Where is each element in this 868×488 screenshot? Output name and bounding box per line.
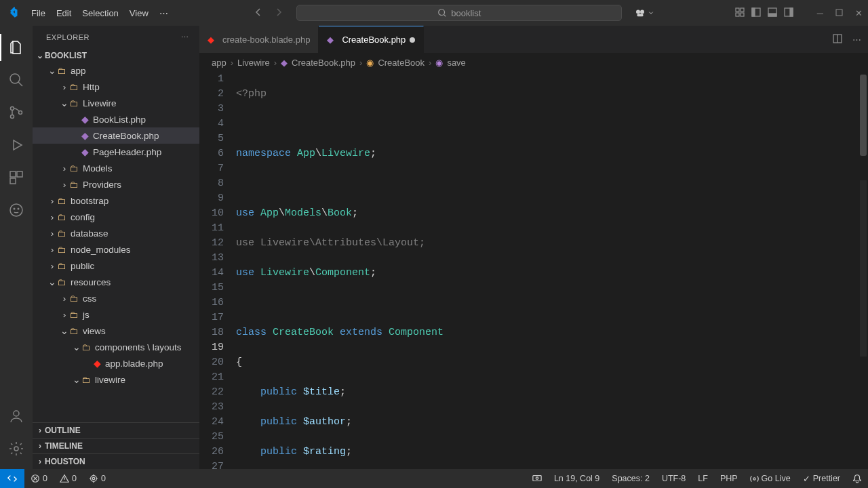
activity-account-icon[interactable] (0, 400, 33, 432)
class-symbol-icon: ◉ (366, 58, 374, 68)
status-spaces[interactable]: Spaces: 2 (606, 474, 656, 483)
editor-more-icon[interactable]: ⋯ (852, 35, 861, 45)
folder-views[interactable]: ⌄ 🗀 views (33, 323, 199, 339)
status-ports[interactable]: 0 (83, 474, 112, 483)
folder-icon: 🗀 (57, 277, 66, 287)
layout-grid-icon[interactable] (734, 7, 745, 20)
status-screencast-icon[interactable] (526, 474, 548, 483)
code-content[interactable]: <?php namespace App\Livewire; use App\Mo… (236, 72, 868, 469)
folder-http[interactable]: › 🗀 Http (33, 79, 199, 95)
section-timeline[interactable]: ›TIMELINE (33, 438, 199, 453)
minimize-icon[interactable]: ─ (817, 8, 823, 18)
folder-public[interactable]: › 🗀 public (33, 258, 199, 274)
status-go-live[interactable]: Go Live (744, 474, 797, 483)
status-cursor-position[interactable]: Ln 19, Col 9 (548, 474, 606, 483)
folder-icon: 🗀 (57, 196, 66, 206)
status-warnings[interactable]: 0 (54, 474, 83, 483)
layout-sidebar-left-icon[interactable] (751, 7, 762, 20)
activity-houston-icon[interactable] (0, 194, 33, 226)
activity-explorer-icon[interactable] (0, 31, 33, 64)
breadcrumbs[interactable]: app› Livewire› ◆ CreateBook.php› ◉ Creat… (199, 53, 868, 72)
folder-livewire-views[interactable]: ⌄ 🗀 livewire (33, 371, 199, 388)
section-houston[interactable]: ›HOUSTON (33, 453, 199, 469)
maximize-icon[interactable] (835, 8, 843, 18)
breadcrumb-segment[interactable]: CreateBook (378, 58, 425, 68)
folder-config[interactable]: › 🗀 config (33, 209, 199, 225)
svg-point-17 (11, 115, 14, 119)
status-bell-icon[interactable] (846, 474, 868, 483)
file-booklist[interactable]: ◆ BookList.php (33, 111, 199, 127)
nav-forward-icon[interactable] (273, 7, 284, 20)
minimap[interactable] (860, 180, 867, 357)
nav-back-icon[interactable] (253, 7, 264, 20)
status-prettier[interactable]: ✓Prettier (797, 474, 846, 484)
vertical-scrollbar[interactable] (860, 75, 867, 156)
menu-file[interactable]: File (26, 8, 51, 18)
menu-selection[interactable]: Selection (77, 8, 123, 18)
section-outline[interactable]: ›OUTLINE (33, 422, 199, 438)
svg-rect-20 (17, 171, 22, 177)
activity-extensions-icon[interactable] (0, 161, 33, 194)
folder-icon: 🗀 (69, 310, 79, 320)
svg-point-24 (18, 208, 20, 210)
breadcrumb-segment[interactable]: save (447, 58, 465, 68)
tab-createbook-php[interactable]: ◆ CreateBook.php (319, 26, 424, 53)
php-file-icon: ◆ (327, 35, 334, 45)
explorer-more-icon[interactable]: ⋯ (181, 33, 189, 42)
method-symbol-icon: ◉ (435, 58, 443, 68)
activity-settings-icon[interactable] (0, 432, 33, 465)
folder-node-modules[interactable]: › 🗀 node_modules (33, 241, 199, 258)
folder-livewire[interactable]: ⌄ 🗀 Livewire (33, 95, 199, 111)
folder-components-layouts[interactable]: ⌄ 🗀 components \ layouts (33, 339, 199, 355)
folder-bootstrap[interactable]: › 🗀 bootstrap (33, 192, 199, 209)
folder-providers[interactable]: › 🗀 Providers (33, 176, 199, 192)
file-app-blade[interactable]: ◆ app.blade.php (33, 355, 199, 371)
command-center-search[interactable]: booklist (296, 5, 622, 21)
folder-css[interactable]: › 🗀 css (33, 290, 199, 306)
chevron-down-icon: ⌄ (60, 98, 69, 108)
dirty-indicator-icon (410, 37, 415, 43)
status-encoding[interactable]: UTF-8 (656, 474, 692, 483)
copilot-icon[interactable] (634, 7, 654, 19)
menu-view[interactable]: View (124, 8, 154, 18)
activity-debug-icon[interactable] (0, 129, 33, 161)
split-editor-icon[interactable] (832, 33, 843, 46)
activity-search-icon[interactable] (0, 64, 33, 96)
folder-resources[interactable]: ⌄ 🗀 resources (33, 274, 199, 290)
editor-area: ◆ create-book.blade.php ◆ CreateBook.php… (199, 26, 868, 469)
status-errors[interactable]: 0 (24, 474, 54, 483)
chevron-right-icon: › (47, 245, 57, 255)
layout-panel-icon[interactable] (767, 7, 778, 20)
status-language[interactable]: PHP (714, 474, 744, 483)
folder-models[interactable]: › 🗀 Models (33, 160, 199, 176)
svg-rect-11 (768, 14, 776, 16)
file-pageheader[interactable]: ◆ PageHeader.php (33, 144, 199, 160)
tree-root[interactable]: ⌄ BOOKLIST (33, 49, 199, 62)
svg-rect-4 (736, 8, 739, 12)
title-bar: File Edit Selection View ⋯ booklist ─ ✕ (0, 0, 868, 26)
status-eol[interactable]: LF (692, 474, 714, 483)
menu-edit[interactable]: Edit (51, 8, 77, 18)
folder-icon: 🗀 (57, 261, 66, 271)
folder-icon: 🗀 (69, 180, 79, 190)
php-file-icon: ◆ (81, 146, 89, 157)
file-createbook[interactable]: ◆ CreateBook.php (33, 127, 199, 144)
breadcrumb-segment[interactable]: CreateBook.php (292, 58, 355, 68)
activity-scm-icon[interactable] (0, 96, 33, 129)
folder-js[interactable]: › 🗀 js (33, 306, 199, 323)
folder-app[interactable]: ⌄ 🗀 app (33, 62, 199, 79)
activity-bar (0, 26, 33, 469)
chevron-down-icon: ⌄ (72, 342, 81, 352)
folder-icon: 🗀 (69, 98, 79, 108)
remote-indicator[interactable] (0, 469, 24, 488)
close-icon[interactable]: ✕ (855, 8, 863, 18)
svg-point-31 (91, 476, 97, 482)
tab-create-book-blade[interactable]: ◆ create-book.blade.php (199, 26, 319, 53)
code-editor[interactable]: 1234 5678 9101112 13141516 17181920 2122… (199, 72, 868, 469)
folder-database[interactable]: › 🗀 database (33, 225, 199, 241)
folder-icon: 🗀 (57, 212, 66, 222)
menu-more[interactable]: ⋯ (154, 8, 174, 18)
layout-sidebar-right-icon[interactable] (783, 7, 794, 20)
breadcrumb-segment[interactable]: app (212, 58, 226, 68)
breadcrumb-segment[interactable]: Livewire (237, 58, 270, 68)
